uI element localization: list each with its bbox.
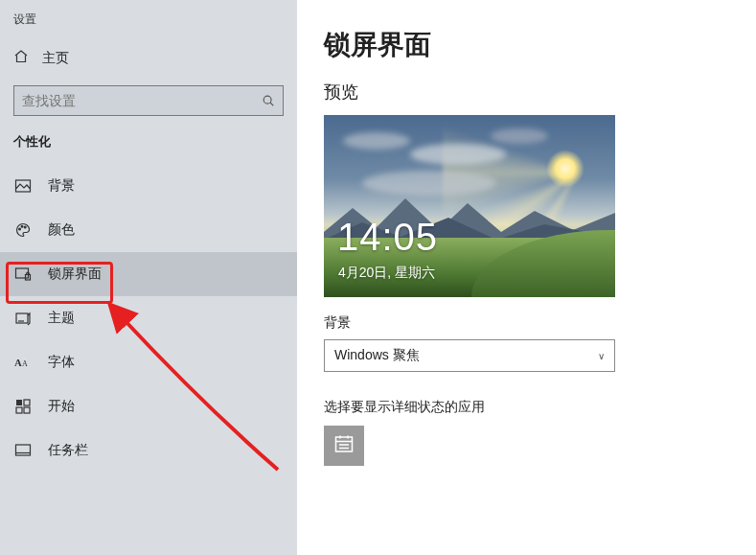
nav-label: 字体 xyxy=(48,354,75,371)
nav-label: 背景 xyxy=(48,177,75,195)
sidebar-item-taskbar[interactable]: 任务栏 xyxy=(0,428,297,473)
nav-label: 主题 xyxy=(48,310,75,327)
settings-sidebar: 设置 主页 个性化 背景 xyxy=(0,0,297,555)
taskbar-icon xyxy=(13,442,33,459)
sidebar-item-lockscreen[interactable]: 锁屏界面 xyxy=(0,252,297,296)
background-label: 背景 xyxy=(324,314,756,332)
calendar-icon xyxy=(333,433,355,458)
home-label: 主页 xyxy=(42,50,69,67)
lockscreen-icon xyxy=(13,266,33,283)
sidebar-item-themes[interactable]: 主题 xyxy=(0,296,297,340)
window-title: 设置 xyxy=(0,8,297,39)
chevron-down-icon: ∨ xyxy=(598,351,605,361)
lockscreen-preview: 14:05 4月20日, 星期六 xyxy=(324,115,615,297)
search-box[interactable] xyxy=(13,85,284,116)
search-icon[interactable] xyxy=(254,94,283,107)
preview-time: 14:05 xyxy=(337,216,438,259)
svg-rect-16 xyxy=(16,445,31,455)
svg-point-5 xyxy=(24,226,26,228)
search-input[interactable] xyxy=(14,93,254,108)
page-heading: 锁屏界面 xyxy=(324,27,756,63)
nav-label: 任务栏 xyxy=(48,442,88,459)
svg-line-1 xyxy=(270,103,273,105)
preview-date: 4月20日, 星期六 xyxy=(338,265,435,282)
sidebar-item-fonts[interactable]: A A 字体 xyxy=(0,340,297,384)
svg-text:A: A xyxy=(22,360,28,369)
svg-point-0 xyxy=(263,96,271,104)
svg-point-4 xyxy=(21,225,23,227)
palette-icon xyxy=(13,221,33,239)
dropdown-value: Windows 聚焦 xyxy=(334,347,420,364)
svg-text:A: A xyxy=(14,358,22,369)
main-panel: 锁屏界面 预览 14:05 4月20日, 星期六 背景 Windows 聚焦 ∨… xyxy=(297,0,756,555)
nav-label: 颜色 xyxy=(48,221,75,239)
nav-label: 开始 xyxy=(48,398,75,415)
svg-rect-15 xyxy=(24,407,30,413)
start-icon xyxy=(13,399,33,414)
svg-rect-13 xyxy=(24,400,30,405)
detail-app-label: 选择要显示详细状态的应用 xyxy=(324,399,756,416)
preview-label: 预览 xyxy=(324,81,756,104)
sidebar-item-start[interactable]: 开始 xyxy=(0,384,297,428)
sidebar-item-colors[interactable]: 颜色 xyxy=(0,208,297,252)
sidebar-home[interactable]: 主页 xyxy=(0,39,297,78)
detail-app-tile[interactable] xyxy=(324,426,364,466)
svg-point-3 xyxy=(19,228,21,230)
svg-rect-12 xyxy=(16,400,22,405)
section-label: 个性化 xyxy=(0,133,297,164)
svg-rect-14 xyxy=(16,407,22,413)
home-icon xyxy=(13,49,29,68)
picture-icon xyxy=(13,177,33,195)
background-dropdown[interactable]: Windows 聚焦 ∨ xyxy=(324,339,615,372)
themes-icon xyxy=(13,310,33,327)
sidebar-item-background[interactable]: 背景 xyxy=(0,164,297,208)
nav-label: 锁屏界面 xyxy=(48,266,102,283)
fonts-icon: A A xyxy=(13,354,33,371)
